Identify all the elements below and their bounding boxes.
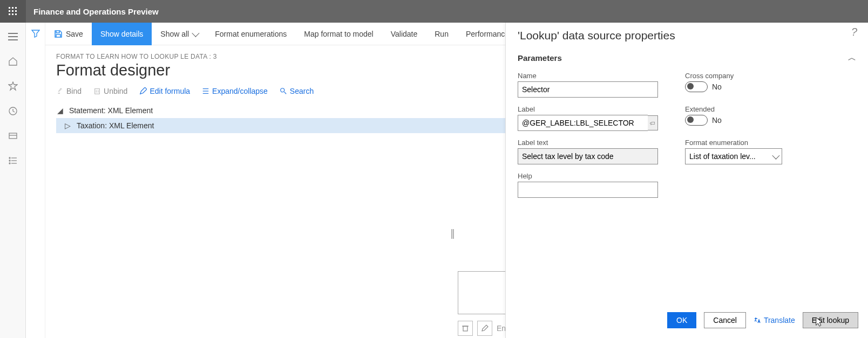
edit-lookup-button[interactable]: Edit lookup: [803, 312, 858, 328]
svg-rect-6: [9, 13, 10, 15]
formatenum-select[interactable]: [685, 148, 782, 164]
extended-toggle[interactable]: [685, 115, 708, 126]
run-button[interactable]: Run: [426, 23, 457, 45]
svg-rect-7: [12, 13, 13, 15]
svg-rect-1: [12, 7, 13, 9]
star-icon[interactable]: [6, 80, 19, 93]
hamburger-icon[interactable]: [6, 30, 19, 43]
label-input[interactable]: [518, 115, 648, 131]
labeltext-input: [518, 148, 658, 164]
show-details-button[interactable]: Show details: [92, 23, 152, 45]
svg-point-28: [281, 88, 284, 92]
extended-label: Extended: [685, 105, 793, 113]
waffle-icon[interactable]: [0, 0, 26, 23]
unbind-tool: Unbind: [93, 87, 127, 95]
modules-icon[interactable]: [6, 154, 19, 167]
home-icon[interactable]: [6, 55, 19, 68]
parameters-section-header[interactable]: Parameters ︿: [506, 45, 868, 65]
chevron-down-icon: [192, 29, 200, 37]
help-input[interactable]: [518, 182, 658, 198]
crosscompany-label: Cross company: [685, 72, 793, 80]
caret-icon[interactable]: ▷: [64, 121, 71, 130]
edit-formula-tool[interactable]: Edit formula: [139, 87, 190, 95]
panel-title: 'Lookup' data source properties: [518, 29, 856, 42]
extended-value: No: [712, 116, 722, 125]
svg-rect-5: [15, 10, 17, 12]
workspace-icon[interactable]: [6, 129, 19, 142]
labeltext-label: Label text: [518, 139, 658, 147]
caret-icon[interactable]: ◢: [56, 106, 64, 115]
help-icon[interactable]: ?: [851, 26, 857, 38]
edit-button[interactable]: [477, 321, 492, 336]
recent-icon[interactable]: [6, 105, 19, 118]
svg-point-18: [9, 160, 10, 161]
label-label: Label: [518, 105, 658, 113]
svg-point-16: [9, 157, 10, 158]
title-bar: Finance and Operations Preview: [0, 0, 868, 23]
svg-rect-14: [9, 133, 17, 139]
svg-rect-8: [15, 13, 17, 15]
format-enumerations-button[interactable]: Format enumerations: [206, 23, 295, 45]
svg-rect-3: [9, 10, 10, 12]
validate-button[interactable]: Validate: [382, 23, 426, 45]
cancel-button[interactable]: Cancel: [704, 312, 746, 328]
svg-rect-2: [15, 7, 17, 9]
bind-tool: Bind: [56, 87, 82, 95]
chevron-up-icon: ︿: [848, 53, 856, 63]
filter-column: [26, 23, 45, 338]
expand-collapse-tool[interactable]: Expand/collapse: [202, 87, 268, 95]
svg-rect-4: [12, 10, 13, 12]
ok-button[interactable]: OK: [667, 312, 696, 328]
svg-marker-12: [9, 82, 17, 90]
help-label: Help: [518, 172, 658, 180]
filter-icon[interactable]: [31, 29, 40, 40]
translate-button[interactable]: Translate: [754, 316, 795, 325]
name-input[interactable]: [518, 81, 658, 98]
app-title: Finance and Operations Preview: [33, 7, 159, 16]
name-label: Name: [518, 72, 658, 80]
properties-panel: 'Lookup' data source properties ? Parame…: [505, 23, 868, 338]
left-nav: [0, 23, 26, 338]
splitter-handle[interactable]: ‖: [450, 227, 455, 239]
svg-rect-22: [95, 89, 100, 94]
formatenum-label: Format enumeration: [685, 139, 793, 147]
save-button[interactable]: Save: [45, 23, 92, 45]
save-label: Save: [66, 30, 83, 38]
search-tool[interactable]: Search: [280, 87, 314, 95]
svg-rect-30: [463, 326, 467, 331]
crosscompany-value: No: [712, 82, 722, 91]
delete-button[interactable]: [458, 321, 473, 336]
label-badge-icon[interactable]: 🏷: [648, 115, 658, 130]
svg-point-20: [9, 163, 10, 164]
panel-footer: OK Cancel Translate Edit lookup: [506, 306, 868, 338]
map-format-button[interactable]: Map format to model: [295, 23, 382, 45]
show-all-button[interactable]: Show all: [152, 23, 206, 45]
svg-line-29: [284, 92, 287, 94]
crosscompany-toggle[interactable]: [685, 81, 708, 92]
svg-rect-0: [9, 7, 10, 9]
